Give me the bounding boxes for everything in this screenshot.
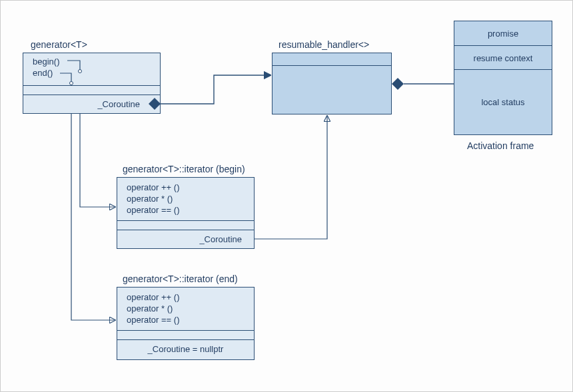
edge-iterator-to-handler (255, 116, 327, 239)
generator-title: generator<T> (31, 39, 87, 50)
handler-box (272, 53, 392, 114)
activation-row: resume context (454, 45, 552, 69)
iterator-begin-method: operator * () (127, 193, 245, 204)
iterator-begin-method: operator ++ () (127, 182, 245, 193)
activation-frame-caption: Activation frame (467, 140, 534, 151)
activation-row: local status (454, 69, 552, 134)
edge-generator-to-handler (161, 75, 271, 104)
generator-method: end() (33, 67, 151, 79)
iterator-end-title: generator<T>::iterator (end) (123, 274, 238, 284)
diagram-canvas: generator<T> begin() end() _Coroutine re… (0, 0, 573, 392)
iterator-begin-title: generator<T>::iterator (begin) (123, 164, 245, 174)
activation-frame-box: promise resume context local status (454, 21, 552, 135)
iterator-begin-method: operator == () (127, 204, 245, 216)
handler-title: resumable_handler<> (279, 39, 369, 50)
iterator-end-method: operator * () (127, 303, 245, 314)
iterator-begin-field: _Coroutine (117, 230, 254, 248)
generator-box: begin() end() _Coroutine (23, 53, 161, 114)
generator-method: begin() (33, 56, 151, 67)
edge-begin-to-iterator (80, 114, 115, 207)
generator-field: _Coroutine (23, 95, 160, 113)
iterator-begin-box: operator ++ () operator * () operator ==… (117, 177, 255, 249)
iterator-end-field: _Coroutine = nullptr (117, 339, 254, 358)
iterator-end-box: operator ++ () operator * () operator ==… (117, 287, 255, 360)
diamond-icon (392, 78, 404, 90)
iterator-end-method: operator == () (127, 314, 245, 325)
edge-end-to-iterator (71, 114, 115, 320)
activation-row: promise (454, 21, 552, 45)
iterator-end-method: operator ++ () (127, 292, 245, 303)
